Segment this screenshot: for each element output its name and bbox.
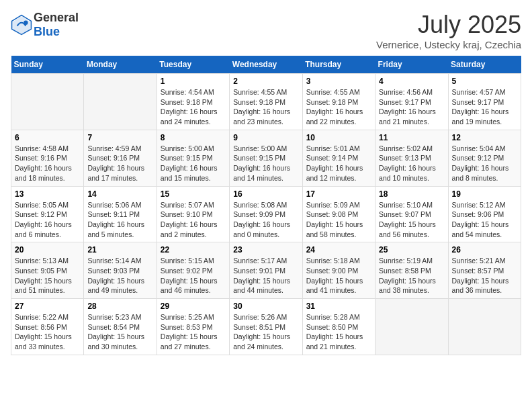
col-header-saturday: Saturday [448,56,521,74]
day-info: Sunrise: 5:21 AM Sunset: 8:57 PM Dayligh… [452,256,517,295]
day-info: Sunrise: 4:57 AM Sunset: 9:17 PM Dayligh… [452,87,517,127]
day-info: Sunrise: 5:12 AM Sunset: 9:06 PM Dayligh… [452,200,517,240]
day-info: Sunrise: 5:19 AM Sunset: 8:58 PM Dayligh… [379,256,444,295]
col-header-sunday: Sunday [11,56,84,74]
day-number: 13 [15,189,80,199]
day-cell: 12Sunrise: 5:04 AM Sunset: 9:12 PM Dayli… [448,130,521,186]
day-cell: 5Sunrise: 4:57 AM Sunset: 9:17 PM Daylig… [448,74,521,130]
day-cell [11,74,84,130]
day-cell: 23Sunrise: 5:17 AM Sunset: 9:01 PM Dayli… [230,242,302,299]
day-number: 3 [306,77,371,86]
day-number: 28 [87,302,152,311]
day-info: Sunrise: 5:25 AM Sunset: 8:53 PM Dayligh… [161,312,226,352]
day-cell: 17Sunrise: 5:09 AM Sunset: 9:08 PM Dayli… [302,186,375,242]
day-number: 22 [161,245,226,255]
day-cell: 27Sunrise: 5:22 AM Sunset: 8:56 PM Dayli… [11,299,84,355]
day-info: Sunrise: 5:01 AM Sunset: 9:14 PM Dayligh… [306,144,371,183]
col-header-monday: Monday [84,56,157,74]
calendar-table: SundayMondayTuesdayWednesdayThursdayFrid… [11,56,521,355]
day-number: 18 [379,189,444,199]
day-info: Sunrise: 5:05 AM Sunset: 9:12 PM Dayligh… [15,200,80,240]
day-cell [448,299,521,355]
day-info: Sunrise: 5:09 AM Sunset: 9:08 PM Dayligh… [306,200,371,240]
day-cell: 26Sunrise: 5:21 AM Sunset: 8:57 PM Dayli… [448,242,521,299]
week-row-4: 20Sunrise: 5:13 AM Sunset: 9:05 PM Dayli… [11,242,521,299]
day-cell: 25Sunrise: 5:19 AM Sunset: 8:58 PM Dayli… [375,242,448,299]
day-info: Sunrise: 5:02 AM Sunset: 9:13 PM Dayligh… [379,144,444,183]
day-info: Sunrise: 5:26 AM Sunset: 8:51 PM Dayligh… [233,312,298,352]
day-info: Sunrise: 4:55 AM Sunset: 9:18 PM Dayligh… [306,87,371,127]
day-info: Sunrise: 5:22 AM Sunset: 8:56 PM Dayligh… [15,312,80,352]
col-header-friday: Friday [375,56,448,74]
col-header-thursday: Thursday [302,56,375,74]
col-header-tuesday: Tuesday [157,56,229,74]
day-info: Sunrise: 5:06 AM Sunset: 9:11 PM Dayligh… [87,200,152,240]
day-cell: 22Sunrise: 5:15 AM Sunset: 9:02 PM Dayli… [157,242,229,299]
day-number: 1 [161,77,226,86]
day-cell: 8Sunrise: 5:00 AM Sunset: 9:15 PM Daylig… [157,130,229,186]
day-cell: 29Sunrise: 5:25 AM Sunset: 8:53 PM Dayli… [157,299,229,355]
day-number: 25 [379,245,444,255]
day-number: 2 [233,77,298,86]
day-info: Sunrise: 5:04 AM Sunset: 9:12 PM Dayligh… [452,144,517,183]
day-info: Sunrise: 4:59 AM Sunset: 9:16 PM Dayligh… [87,144,152,183]
day-number: 12 [452,133,517,142]
day-cell: 20Sunrise: 5:13 AM Sunset: 9:05 PM Dayli… [11,242,84,299]
day-info: Sunrise: 5:18 AM Sunset: 9:00 PM Dayligh… [306,256,371,295]
day-cell: 13Sunrise: 5:05 AM Sunset: 9:12 PM Dayli… [11,186,84,242]
day-info: Sunrise: 5:00 AM Sunset: 9:15 PM Dayligh… [233,144,298,183]
svg-point-2 [24,21,28,25]
day-cell: 21Sunrise: 5:14 AM Sunset: 9:03 PM Dayli… [84,242,157,299]
day-number: 29 [161,302,226,311]
day-number: 17 [306,189,371,199]
day-cell: 2Sunrise: 4:55 AM Sunset: 9:18 PM Daylig… [230,74,302,130]
day-cell: 4Sunrise: 4:56 AM Sunset: 9:17 PM Daylig… [375,74,448,130]
day-number: 11 [379,133,444,142]
day-number: 14 [87,189,152,199]
day-cell: 10Sunrise: 5:01 AM Sunset: 9:14 PM Dayli… [302,130,375,186]
day-cell: 16Sunrise: 5:08 AM Sunset: 9:09 PM Dayli… [230,186,302,242]
day-cell: 6Sunrise: 4:58 AM Sunset: 9:16 PM Daylig… [11,130,84,186]
day-number: 4 [379,77,444,86]
logo-text: General Blue [34,11,79,39]
day-info: Sunrise: 4:55 AM Sunset: 9:18 PM Dayligh… [233,87,298,127]
logo: General Blue [11,11,79,39]
day-cell: 28Sunrise: 5:23 AM Sunset: 8:54 PM Dayli… [84,299,157,355]
day-info: Sunrise: 4:54 AM Sunset: 9:18 PM Dayligh… [161,87,226,127]
day-info: Sunrise: 5:14 AM Sunset: 9:03 PM Dayligh… [87,256,152,295]
day-cell: 9Sunrise: 5:00 AM Sunset: 9:15 PM Daylig… [230,130,302,186]
day-number: 23 [233,245,298,255]
day-cell [84,74,157,130]
day-number: 6 [15,133,80,142]
header-row: SundayMondayTuesdayWednesdayThursdayFrid… [11,56,521,74]
day-cell: 24Sunrise: 5:18 AM Sunset: 9:00 PM Dayli… [302,242,375,299]
day-info: Sunrise: 5:07 AM Sunset: 9:10 PM Dayligh… [161,200,226,240]
day-info: Sunrise: 5:15 AM Sunset: 9:02 PM Dayligh… [161,256,226,295]
day-info: Sunrise: 4:58 AM Sunset: 9:16 PM Dayligh… [15,144,80,183]
day-number: 8 [161,133,226,142]
location-title: Vernerice, Ustecky kraj, Czechia [376,39,521,50]
day-number: 21 [87,245,152,255]
day-number: 5 [452,77,517,86]
title-block: July 2025 Vernerice, Ustecky kraj, Czech… [376,11,521,50]
day-number: 9 [233,133,298,142]
day-info: Sunrise: 5:08 AM Sunset: 9:09 PM Dayligh… [233,200,298,240]
day-info: Sunrise: 5:13 AM Sunset: 9:05 PM Dayligh… [15,256,80,295]
day-number: 19 [452,189,517,199]
day-number: 26 [452,245,517,255]
day-cell: 31Sunrise: 5:28 AM Sunset: 8:50 PM Dayli… [302,299,375,355]
day-cell: 30Sunrise: 5:26 AM Sunset: 8:51 PM Dayli… [230,299,302,355]
day-cell: 3Sunrise: 4:55 AM Sunset: 9:18 PM Daylig… [302,74,375,130]
day-info: Sunrise: 4:56 AM Sunset: 9:17 PM Dayligh… [379,87,444,127]
week-row-3: 13Sunrise: 5:05 AM Sunset: 9:12 PM Dayli… [11,186,521,242]
week-row-5: 27Sunrise: 5:22 AM Sunset: 8:56 PM Dayli… [11,299,521,355]
day-cell: 11Sunrise: 5:02 AM Sunset: 9:13 PM Dayli… [375,130,448,186]
day-cell: 15Sunrise: 5:07 AM Sunset: 9:10 PM Dayli… [157,186,229,242]
day-number: 15 [161,189,226,199]
day-info: Sunrise: 5:23 AM Sunset: 8:54 PM Dayligh… [87,312,152,352]
day-info: Sunrise: 5:17 AM Sunset: 9:01 PM Dayligh… [233,256,298,295]
day-info: Sunrise: 5:28 AM Sunset: 8:50 PM Dayligh… [306,312,371,352]
day-cell: 18Sunrise: 5:10 AM Sunset: 9:07 PM Dayli… [375,186,448,242]
day-number: 7 [87,133,152,142]
month-title: July 2025 [376,11,521,39]
